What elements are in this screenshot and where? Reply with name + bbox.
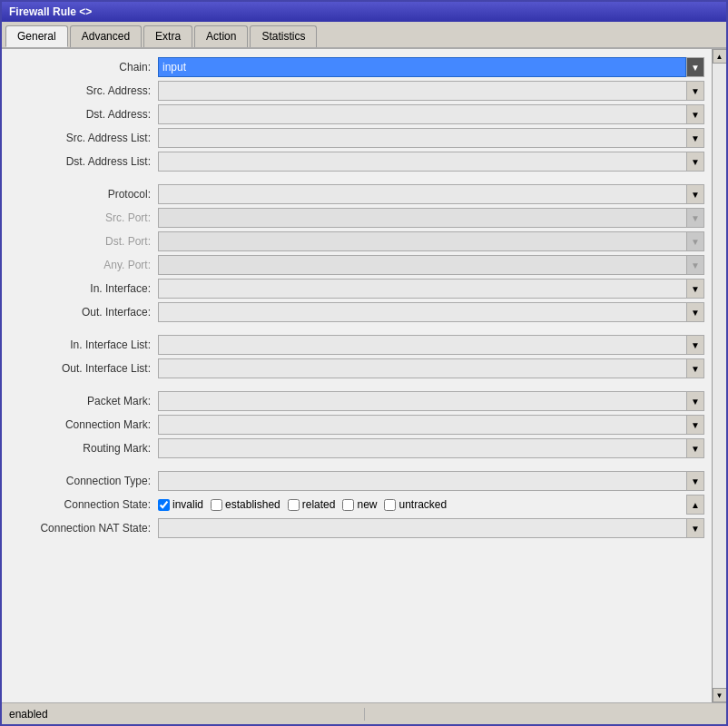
invalid-checkbox-item: invalid bbox=[158, 498, 203, 511]
dst-port-dropdown-btn[interactable]: ▼ bbox=[686, 231, 704, 251]
dst-address-label: Dst. Address: bbox=[9, 108, 154, 121]
connection-state-up-btn[interactable]: ▲ bbox=[686, 495, 704, 515]
new-checkbox[interactable] bbox=[342, 499, 354, 511]
src-port-dropdown-icon: ▼ bbox=[691, 213, 700, 223]
connection-mark-dropdown-btn[interactable]: ▼ bbox=[686, 415, 704, 435]
dst-address-input-group: ▼ bbox=[158, 104, 704, 124]
tab-action[interactable]: Action bbox=[194, 25, 248, 47]
packet-mark-row: Packet Mark: ▼ bbox=[9, 390, 704, 412]
packet-mark-dropdown-btn[interactable]: ▼ bbox=[686, 391, 704, 411]
scroll-up-icon: ▲ bbox=[716, 53, 723, 61]
firewall-rule-window: Firewall Rule <> General Advanced Extra … bbox=[0, 0, 728, 726]
in-interface-list-row: In. Interface List: ▼ bbox=[9, 334, 704, 356]
in-interface-list-input-group: ▼ bbox=[158, 335, 704, 355]
untracked-checkbox[interactable] bbox=[384, 499, 396, 511]
connection-nat-state-input[interactable] bbox=[158, 518, 686, 538]
routing-mark-dropdown-btn[interactable]: ▼ bbox=[686, 438, 704, 458]
in-interface-list-input[interactable] bbox=[158, 335, 686, 355]
connection-type-input-group: ▼ bbox=[158, 471, 704, 491]
connection-type-dropdown-icon: ▼ bbox=[691, 476, 700, 486]
any-port-dropdown-btn[interactable]: ▼ bbox=[686, 255, 704, 275]
dst-address-list-dropdown-btn[interactable]: ▼ bbox=[686, 152, 704, 172]
tab-extra[interactable]: Extra bbox=[143, 25, 192, 47]
protocol-dropdown-btn[interactable]: ▼ bbox=[686, 184, 704, 204]
chain-dropdown-btn[interactable]: ▼ bbox=[686, 57, 704, 77]
packet-mark-input[interactable] bbox=[158, 391, 686, 411]
title-bar: Firewall Rule <> bbox=[2, 2, 726, 22]
related-label: related bbox=[302, 498, 336, 511]
out-interface-list-input[interactable] bbox=[158, 358, 686, 378]
out-interface-dropdown-btn[interactable]: ▼ bbox=[686, 302, 704, 322]
in-interface-input[interactable] bbox=[158, 279, 686, 299]
chain-input[interactable] bbox=[158, 57, 686, 77]
src-port-input[interactable] bbox=[158, 208, 686, 228]
scrollbar-right: ▲ ▼ bbox=[712, 49, 726, 702]
connection-type-input[interactable] bbox=[158, 471, 686, 491]
status-left: enabled bbox=[9, 708, 365, 721]
in-interface-list-label: In. Interface List: bbox=[9, 338, 154, 351]
in-interface-list-dropdown-btn[interactable]: ▼ bbox=[686, 335, 704, 355]
new-label: new bbox=[357, 498, 377, 511]
src-address-input[interactable] bbox=[158, 81, 686, 101]
connection-state-controls: invalid established related new bbox=[158, 495, 704, 515]
main-body: Chain: ▼ Src. Address: ▼ bbox=[2, 49, 726, 702]
connection-type-dropdown-btn[interactable]: ▼ bbox=[686, 471, 704, 491]
scroll-down-btn[interactable]: ▼ bbox=[713, 688, 727, 702]
protocol-input[interactable] bbox=[158, 184, 686, 204]
in-interface-label: In. Interface: bbox=[9, 282, 154, 295]
src-address-list-dropdown-btn[interactable]: ▼ bbox=[686, 128, 704, 148]
protocol-input-group: ▼ bbox=[158, 184, 704, 204]
any-port-dropdown-icon: ▼ bbox=[691, 260, 700, 270]
routing-mark-row: Routing Mark: ▼ bbox=[9, 437, 704, 459]
separator-1 bbox=[9, 174, 704, 182]
tab-general[interactable]: General bbox=[5, 25, 68, 47]
tab-bar: General Advanced Extra Action Statistics bbox=[2, 22, 726, 49]
scroll-track[interactable] bbox=[713, 64, 726, 688]
chain-input-group: ▼ bbox=[158, 57, 704, 77]
connection-nat-state-dropdown-btn[interactable]: ▼ bbox=[686, 518, 704, 538]
invalid-checkbox[interactable] bbox=[158, 499, 170, 511]
separator-2 bbox=[9, 325, 704, 332]
dst-address-dropdown-btn[interactable]: ▼ bbox=[686, 104, 704, 124]
separator-3 bbox=[9, 381, 704, 388]
connection-mark-input-group: ▼ bbox=[158, 415, 704, 435]
dst-address-list-dropdown-icon: ▼ bbox=[691, 157, 700, 167]
out-interface-list-row: Out. Interface List: ▼ bbox=[9, 358, 704, 379]
scroll-up-btn[interactable]: ▲ bbox=[713, 49, 727, 64]
form-section: Chain: ▼ Src. Address: ▼ bbox=[9, 56, 704, 539]
dst-address-dropdown-icon: ▼ bbox=[691, 110, 700, 120]
dst-address-list-input-group: ▼ bbox=[158, 152, 704, 172]
dst-address-list-input[interactable] bbox=[158, 152, 686, 172]
any-port-input[interactable] bbox=[158, 255, 686, 275]
dst-port-input[interactable] bbox=[158, 231, 686, 251]
established-checkbox-item: established bbox=[211, 498, 280, 511]
routing-mark-input[interactable] bbox=[158, 438, 686, 458]
any-port-row: Any. Port: ▼ bbox=[9, 254, 704, 276]
src-address-dropdown-btn[interactable]: ▼ bbox=[686, 81, 704, 101]
chain-label: Chain: bbox=[9, 61, 154, 74]
dst-address-input[interactable] bbox=[158, 104, 686, 124]
out-interface-input[interactable] bbox=[158, 302, 686, 322]
protocol-label: Protocol: bbox=[9, 188, 154, 201]
connection-mark-input[interactable] bbox=[158, 415, 686, 435]
out-interface-list-dropdown-btn[interactable]: ▼ bbox=[686, 358, 704, 378]
in-interface-dropdown-icon: ▼ bbox=[691, 284, 700, 294]
tab-advanced[interactable]: Advanced bbox=[70, 25, 142, 47]
routing-mark-label: Routing Mark: bbox=[9, 442, 154, 455]
src-port-input-group: ▼ bbox=[158, 208, 704, 228]
dst-port-row: Dst. Port: ▼ bbox=[9, 231, 704, 252]
src-address-list-label: Src. Address List: bbox=[9, 132, 154, 144]
content-area: Chain: ▼ Src. Address: ▼ bbox=[2, 49, 712, 702]
tab-statistics[interactable]: Statistics bbox=[250, 25, 317, 47]
in-interface-dropdown-btn[interactable]: ▼ bbox=[686, 279, 704, 299]
connection-type-row: Connection Type: ▼ bbox=[9, 470, 704, 492]
src-port-dropdown-btn[interactable]: ▼ bbox=[686, 208, 704, 228]
related-checkbox[interactable] bbox=[288, 499, 300, 511]
established-checkbox[interactable] bbox=[211, 499, 222, 511]
connection-nat-state-input-group: ▼ bbox=[158, 518, 704, 538]
src-address-list-dropdown-icon: ▼ bbox=[691, 133, 700, 143]
dst-port-label: Dst. Port: bbox=[9, 235, 154, 248]
src-address-list-input[interactable] bbox=[158, 128, 686, 148]
src-address-list-row: Src. Address List: ▼ bbox=[9, 127, 704, 149]
out-interface-list-dropdown-icon: ▼ bbox=[691, 364, 700, 374]
